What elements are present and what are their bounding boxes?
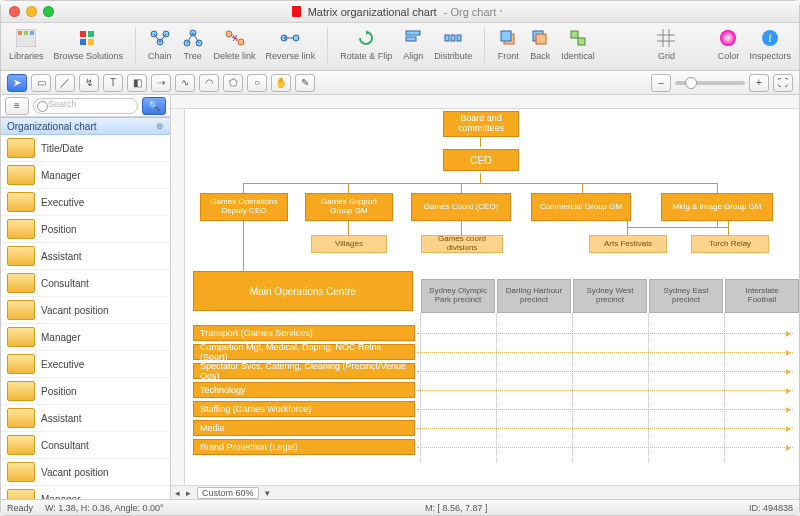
node-l3-2[interactable]: Arts Festivals xyxy=(589,235,667,253)
sidebar: ≡ Search 🔍 Organizational chart ⊗ Title/… xyxy=(1,95,171,499)
back-button[interactable]: Back xyxy=(529,27,551,61)
matrix-row-header[interactable]: Media xyxy=(193,420,415,436)
page-nav-prev[interactable]: ◂ xyxy=(175,488,180,498)
close-window-button[interactable] xyxy=(9,6,20,17)
zoom-dropdown-icon[interactable]: ▾ xyxy=(265,488,270,498)
node-l2-1[interactable]: Games Support Group GM xyxy=(305,193,393,221)
svg-rect-2 xyxy=(24,31,28,35)
node-l2-3[interactable]: Commercial Group GM xyxy=(531,193,631,221)
search-go-button[interactable]: 🔍 xyxy=(142,97,166,115)
reverse-link-button[interactable]: Reverse link xyxy=(266,27,316,61)
matrix-row-header[interactable]: Competion Mgt, Medical, Doping, NOC Reln… xyxy=(193,344,415,360)
shape-item[interactable]: Vacant position xyxy=(1,459,170,486)
matrix-col-line xyxy=(648,313,649,462)
zoom-slider[interactable] xyxy=(675,81,745,85)
reverse-link-icon xyxy=(279,27,301,49)
svg-point-17 xyxy=(293,35,299,41)
matrix-row-header[interactable]: Staffing (Games Workforce) xyxy=(193,401,415,417)
inspectors-button[interactable]: i Inspectors xyxy=(749,27,791,61)
arrow-icon xyxy=(786,445,791,451)
arrow-icon xyxy=(786,369,791,375)
matrix-column-header[interactable]: Sydney Olympic Park precinct xyxy=(421,279,495,313)
matrix-column-header[interactable]: Sydney East precinct xyxy=(649,279,723,313)
callout-tool[interactable]: ◧ xyxy=(127,74,147,92)
front-icon xyxy=(497,27,519,49)
body: ≡ Search 🔍 Organizational chart ⊗ Title/… xyxy=(1,95,799,499)
sidebar-section-header[interactable]: Organizational chart ⊗ xyxy=(1,117,170,135)
search-input[interactable]: Search xyxy=(33,98,138,114)
matrix-column-header[interactable]: Interstate Football xyxy=(725,279,799,313)
matrix-column-header[interactable]: Sydney West precinct xyxy=(573,279,647,313)
grid-icon xyxy=(655,27,677,49)
color-button[interactable]: Color xyxy=(717,27,739,61)
matrix-row-header[interactable]: Transport (Games Services) xyxy=(193,325,415,341)
matrix-column-header[interactable]: Darling Harbour precinct xyxy=(497,279,571,313)
shape-item[interactable]: Executive xyxy=(1,351,170,378)
status-id: ID: 494838 xyxy=(749,503,793,513)
rect-tool[interactable]: ▭ xyxy=(31,74,51,92)
shape-label: Position xyxy=(41,386,77,397)
polygon-tool[interactable]: ⬠ xyxy=(223,74,243,92)
distribute-button[interactable]: Distribute xyxy=(434,27,472,61)
shape-label: Executive xyxy=(41,359,84,370)
shape-item[interactable]: Assistant xyxy=(1,405,170,432)
spline-tool[interactable]: ∿ xyxy=(175,74,195,92)
minimize-window-button[interactable] xyxy=(26,6,37,17)
node-ceo[interactable]: CEO xyxy=(443,149,519,171)
shape-item[interactable]: Manager xyxy=(1,324,170,351)
matrix-row-header[interactable]: Brand Protection (Legal) xyxy=(193,439,415,455)
shape-item[interactable]: Executive xyxy=(1,189,170,216)
pointer-tool[interactable]: ➤ xyxy=(7,74,27,92)
zoom-out-button[interactable]: – xyxy=(651,74,671,92)
node-l3-0[interactable]: Villages xyxy=(311,235,387,253)
zoom-fit-button[interactable]: ⛶ xyxy=(773,74,793,92)
close-icon[interactable]: ⊗ xyxy=(156,121,164,131)
node-l2-0[interactable]: Games Operations Deputy CEO xyxy=(200,193,288,221)
chain-button[interactable]: Chain xyxy=(148,27,172,61)
libraries-button[interactable]: Libraries xyxy=(9,27,44,61)
matrix-row-header[interactable]: Spectator Svcs, Catering, Cleaning (Prec… xyxy=(193,363,415,379)
arrow-icon xyxy=(786,350,791,356)
shape-thumb-icon xyxy=(7,354,35,374)
arc-tool[interactable]: ◠ xyxy=(199,74,219,92)
eyedrop-tool[interactable]: ✎ xyxy=(295,74,315,92)
sidebar-menu-button[interactable]: ≡ xyxy=(5,97,29,115)
connector-tool[interactable]: ↯ xyxy=(79,74,99,92)
browse-solutions-button[interactable]: Browse Solutions xyxy=(54,27,124,61)
node-l2-4[interactable]: Mktg & Image Group GM xyxy=(661,193,773,221)
zoom-in-button[interactable]: + xyxy=(749,74,769,92)
shape-item[interactable]: Vacant position xyxy=(1,297,170,324)
shape-item[interactable]: Position xyxy=(1,378,170,405)
matrix-row-line xyxy=(417,428,793,429)
ellipse-tool[interactable]: ○ xyxy=(247,74,267,92)
delete-link-button[interactable]: Delete link xyxy=(214,27,256,61)
tree-button[interactable]: Tree xyxy=(182,27,204,61)
node-board[interactable]: Board and committees xyxy=(443,111,519,137)
shape-item[interactable]: Manager xyxy=(1,162,170,189)
shape-item[interactable]: Position xyxy=(1,216,170,243)
hand-tool[interactable]: ✋ xyxy=(271,74,291,92)
shape-item[interactable]: Manager xyxy=(1,486,170,499)
grid-button[interactable]: Grid xyxy=(655,27,677,61)
node-l3-1[interactable]: Games coord divisions xyxy=(421,235,503,253)
matrix-row-header[interactable]: Technology xyxy=(193,382,415,398)
node-main-ops[interactable]: Main Operations Centre xyxy=(193,271,413,311)
node-l3-3[interactable]: Torch Relay xyxy=(691,235,769,253)
page-nav-next[interactable]: ▸ xyxy=(186,488,191,498)
zoom-select[interactable]: Custom 60% xyxy=(197,487,259,499)
node-l2-2[interactable]: Games Coord (CEO) xyxy=(411,193,511,221)
connector2-tool[interactable]: ⇢ xyxy=(151,74,171,92)
align-button[interactable]: Align xyxy=(402,27,424,61)
rotate-flip-button[interactable]: Rotate & Flip xyxy=(340,27,392,61)
app-window: Matrix organizational chart - Org chart … xyxy=(0,0,800,516)
shape-item[interactable]: Consultant xyxy=(1,270,170,297)
text-tool[interactable]: T xyxy=(103,74,123,92)
shape-item[interactable]: Title/Date xyxy=(1,135,170,162)
shape-item[interactable]: Assistant xyxy=(1,243,170,270)
fullscreen-window-button[interactable] xyxy=(43,6,54,17)
shape-item[interactable]: Consultant xyxy=(1,432,170,459)
identical-button[interactable]: Identical xyxy=(561,27,595,61)
front-button[interactable]: Front xyxy=(497,27,519,61)
line-tool[interactable]: ／ xyxy=(55,74,75,92)
canvas[interactable]: Board and committees CEO Games Operation… xyxy=(185,109,799,485)
